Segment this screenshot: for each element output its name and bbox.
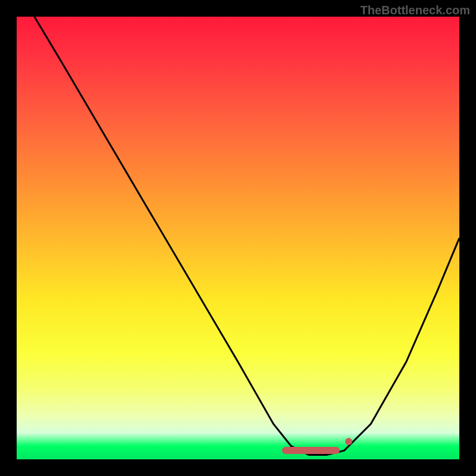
bottleneck-zone-marker: [282, 447, 340, 454]
bottleneck-point-marker: [345, 438, 352, 445]
watermark-text: TheBottleneck.com: [361, 4, 470, 17]
chart-curve: [17, 17, 459, 459]
plot-area: [17, 17, 459, 459]
curve-path: [35, 17, 459, 455]
